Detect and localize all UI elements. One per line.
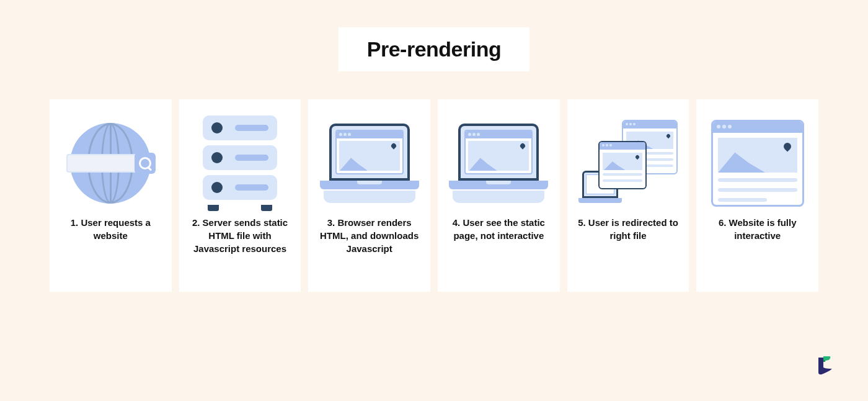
step-card-1: 1. User requests a website [50, 99, 172, 292]
step-6-icon-zone [704, 110, 811, 216]
step-4-caption: 4. User see the static page, not interac… [445, 216, 552, 242]
step-card-4: 4. User see the static page, not interac… [438, 99, 560, 292]
step-6-caption: 6. Website is fully interactive [704, 216, 811, 242]
redirect-windows-icon [578, 120, 678, 207]
step-4-icon-zone [445, 110, 552, 216]
step-2-caption: 2. Server sends static HTML file with Ja… [187, 216, 294, 255]
title-box: Pre-rendering [339, 27, 529, 71]
step-5-icon-zone [575, 110, 682, 216]
step-1-caption: 1. User requests a website [57, 216, 164, 242]
laptop-browser-icon [320, 124, 419, 203]
step-card-2: 2. Server sends static HTML file with Ja… [179, 99, 301, 292]
step-card-6: 6. Website is fully interactive [696, 99, 818, 292]
step-3-icon-zone [316, 110, 423, 216]
server-icon [203, 115, 277, 211]
step-2-icon-zone [187, 110, 294, 216]
search-icon [135, 153, 156, 174]
step-card-3: 3. Browser renders HTML, and downloads J… [308, 99, 430, 292]
step-3-caption: 3. Browser renders HTML, and downloads J… [316, 216, 423, 255]
laptop-static-icon [449, 124, 548, 203]
browser-window-front-icon [598, 141, 647, 189]
step-5-caption: 5. User is redirected to right file [575, 216, 682, 242]
globe-search-icon [70, 123, 151, 204]
step-1-icon-zone [57, 110, 164, 216]
browser-interactive-icon [711, 120, 804, 207]
steps-row: 1. User requests a website 2. Server sen… [50, 99, 818, 292]
svg-rect-0 [823, 360, 825, 362]
diagram-title: Pre-rendering [367, 37, 501, 61]
step-card-5: 5. User is redirected to right file [567, 99, 689, 292]
brand-logo-icon [815, 354, 837, 376]
